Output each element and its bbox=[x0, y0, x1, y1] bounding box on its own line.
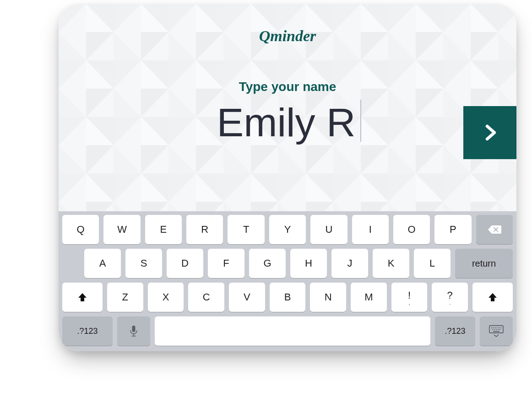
on-screen-keyboard: Q W E R T Y U I O P A S bbox=[59, 211, 516, 351]
keyboard-row-3: Z X C V B N M ! , ? . bbox=[62, 283, 513, 312]
key-top-label: ? bbox=[447, 289, 453, 301]
hide-keyboard-icon bbox=[489, 325, 504, 337]
shift-icon bbox=[77, 292, 88, 303]
key-j[interactable]: J bbox=[331, 249, 368, 278]
key-mode-right[interactable]: .?123 bbox=[435, 316, 475, 346]
key-space[interactable] bbox=[155, 316, 430, 346]
shift-icon bbox=[487, 292, 498, 303]
next-button[interactable] bbox=[463, 106, 516, 159]
key-n[interactable]: N bbox=[310, 283, 346, 312]
key-q[interactable]: Q bbox=[62, 215, 99, 244]
key-f[interactable]: F bbox=[208, 249, 244, 278]
key-backspace[interactable] bbox=[476, 215, 513, 244]
key-h[interactable]: H bbox=[290, 249, 327, 278]
keyboard-row-1: Q W E R T Y U I O P bbox=[62, 215, 513, 244]
microphone-icon bbox=[129, 325, 138, 337]
key-y[interactable]: Y bbox=[269, 215, 306, 244]
key-g[interactable]: G bbox=[249, 249, 286, 278]
key-return[interactable]: return bbox=[455, 249, 513, 278]
backspace-icon bbox=[488, 225, 501, 235]
key-e[interactable]: E bbox=[145, 215, 182, 244]
key-c[interactable]: C bbox=[188, 283, 224, 312]
key-d[interactable]: D bbox=[167, 249, 203, 278]
key-z[interactable]: Z bbox=[107, 283, 143, 312]
key-v[interactable]: V bbox=[229, 283, 265, 312]
name-input-value: Emily R bbox=[214, 101, 358, 145]
key-question-period[interactable]: ? . bbox=[432, 283, 468, 312]
key-m[interactable]: M bbox=[351, 283, 387, 312]
text-cursor bbox=[360, 100, 361, 142]
chevron-right-icon bbox=[479, 122, 501, 144]
key-p[interactable]: P bbox=[434, 215, 471, 244]
key-s[interactable]: S bbox=[125, 249, 162, 278]
key-l[interactable]: L bbox=[414, 249, 451, 278]
brand-logo: Qminder bbox=[59, 27, 516, 45]
input-area: Qminder Type your name Emily R bbox=[59, 4, 516, 211]
key-t[interactable]: T bbox=[228, 215, 264, 244]
key-x[interactable]: X bbox=[148, 283, 184, 312]
key-u[interactable]: U bbox=[310, 215, 347, 244]
prompt-label: Type your name bbox=[59, 80, 516, 94]
key-microphone[interactable] bbox=[117, 316, 150, 346]
key-shift-right[interactable] bbox=[472, 283, 513, 312]
key-mode-left[interactable]: .?123 bbox=[62, 316, 113, 346]
key-exclaim-comma[interactable]: ! , bbox=[391, 283, 428, 312]
key-b[interactable]: B bbox=[270, 283, 306, 312]
key-i[interactable]: I bbox=[352, 215, 389, 244]
key-bottom-label: . bbox=[449, 300, 451, 305]
brand-name: Qminder bbox=[259, 27, 316, 45]
key-shift-left[interactable] bbox=[62, 283, 103, 312]
key-hide-keyboard[interactable] bbox=[480, 316, 513, 346]
key-a[interactable]: A bbox=[84, 249, 121, 278]
key-bottom-label: , bbox=[409, 300, 410, 305]
keyboard-row-4: .?123 .?123 bbox=[62, 316, 513, 346]
key-k[interactable]: K bbox=[373, 249, 409, 278]
tablet-frame: Qminder Type your name Emily R Q W E R T… bbox=[59, 4, 516, 351]
name-input-line[interactable]: Emily R bbox=[59, 100, 516, 145]
svg-rect-7 bbox=[132, 326, 136, 332]
key-top-label: ! bbox=[408, 289, 411, 301]
key-r[interactable]: R bbox=[186, 215, 223, 244]
key-o[interactable]: O bbox=[393, 215, 430, 244]
key-w[interactable]: W bbox=[103, 215, 140, 244]
keyboard-row-2: A S D F G H J K L return bbox=[62, 249, 513, 278]
